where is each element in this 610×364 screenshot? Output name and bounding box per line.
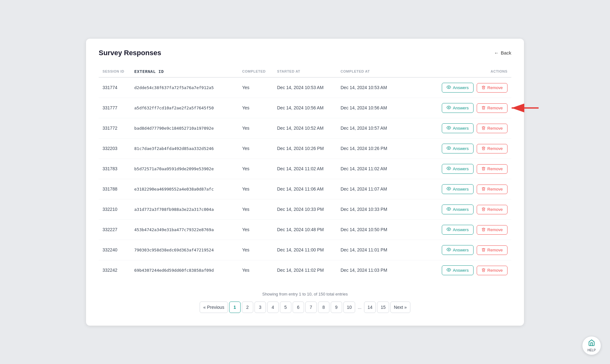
actions-cell: Answers Remove: [400, 199, 511, 219]
answers-button[interactable]: Answers: [442, 103, 474, 113]
back-button[interactable]: ← Back: [494, 50, 511, 55]
answers-button[interactable]: Answers: [442, 205, 474, 214]
remove-button[interactable]: Remove: [477, 144, 507, 153]
table-row: 331788 e3182290ea46990552a4e038a0d87afc …: [99, 179, 511, 199]
remove-button[interactable]: Remove: [477, 225, 507, 235]
completed-at-cell: Dec 14, 2024 11:01 PM: [337, 240, 400, 260]
answers-button[interactable]: Answers: [442, 225, 474, 235]
page-button-1[interactable]: 1: [229, 302, 241, 313]
session-id-cell: 332240: [99, 240, 130, 260]
page-button-8[interactable]: 8: [318, 302, 329, 313]
answers-button[interactable]: Answers: [442, 144, 474, 153]
eye-icon: [447, 166, 451, 172]
page-button-4[interactable]: 4: [267, 302, 279, 313]
page-button-15[interactable]: 15: [377, 302, 389, 313]
table-row: 331772 bad8d4d77790e9c184052710a197092e …: [99, 118, 511, 138]
svg-point-4: [448, 168, 449, 169]
page-header: Survey Responses ← Back: [99, 49, 511, 57]
actions-cell: Answers Remove: [400, 240, 511, 260]
session-id-cell: 332227: [99, 219, 130, 240]
eye-icon: [447, 85, 451, 90]
actions-cell: Answers Remove: [400, 77, 511, 98]
pagination-ellipsis: ...: [356, 302, 363, 313]
external-id-cell: 81c7dae3f2ab4fda492d85aa332d5246: [130, 138, 238, 159]
remove-button[interactable]: Remove: [477, 124, 507, 133]
eye-icon: [447, 105, 451, 111]
page-button-7[interactable]: 7: [305, 302, 317, 313]
completed-cell: Yes: [238, 159, 273, 179]
back-label: Back: [501, 50, 511, 55]
answers-button[interactable]: Answers: [442, 83, 474, 93]
answers-button[interactable]: Answers: [442, 265, 474, 275]
answers-button[interactable]: Answers: [442, 164, 474, 174]
eye-icon: [447, 186, 451, 192]
actions-cell: Answers Remove: [400, 138, 511, 159]
remove-button[interactable]: Remove: [477, 103, 507, 113]
eye-icon: [447, 247, 451, 253]
page-button-5[interactable]: 5: [280, 302, 291, 313]
completed-cell: Yes: [238, 219, 273, 240]
page-button-6[interactable]: 6: [293, 302, 304, 313]
completed-cell: Yes: [238, 260, 273, 280]
page-button-3[interactable]: 3: [255, 302, 266, 313]
remove-button[interactable]: Remove: [477, 185, 507, 194]
back-arrow-icon: ←: [494, 50, 499, 55]
remove-button[interactable]: Remove: [477, 245, 507, 255]
remove-button[interactable]: Remove: [477, 205, 507, 214]
col-header-started-at: STARTED AT: [273, 66, 337, 77]
started-at-cell: Dec 14, 2024 10:52 AM: [273, 118, 337, 138]
page-button-14[interactable]: 14: [364, 302, 376, 313]
answers-button[interactable]: Answers: [442, 123, 474, 133]
page-button-10[interactable]: 10: [343, 302, 355, 313]
external-id-cell: 69b4307244ed6d59dd60fc83858af09d: [130, 260, 238, 280]
completed-cell: Yes: [238, 77, 273, 98]
trash-icon: [481, 166, 486, 172]
trash-icon: [481, 85, 486, 90]
external-id-cell: 790303c958d38edc69d363af47219524: [130, 240, 238, 260]
trash-icon: [481, 146, 486, 151]
trash-icon: [481, 227, 486, 232]
actions-cell: Answers Remove: [400, 179, 511, 199]
table-body: 331774 d2dde54c38f637fa72f5a76a7ef912a5 …: [99, 77, 511, 280]
session-id-cell: 331774: [99, 77, 130, 98]
external-id-cell: 453b4742a349e31ba477c79322e8769a: [130, 219, 238, 240]
prev-button[interactable]: « Previous: [200, 302, 228, 313]
started-at-cell: Dec 14, 2024 11:06 AM: [273, 179, 337, 199]
actions-cell: Answers Remove: [400, 159, 511, 179]
page-button-2[interactable]: 2: [242, 302, 253, 313]
main-card: Survey Responses ← Back SESSION ID EXTER…: [86, 39, 524, 326]
completed-at-cell: Dec 14, 2024 10:26 PM: [337, 138, 400, 159]
svg-point-5: [448, 188, 449, 189]
next-button[interactable]: Next »: [390, 302, 410, 313]
col-header-session-id: SESSION ID: [99, 66, 130, 77]
completed-cell: Yes: [238, 240, 273, 260]
session-id-cell: 331788: [99, 179, 130, 199]
answers-button[interactable]: Answers: [442, 184, 474, 194]
page-button-9[interactable]: 9: [331, 302, 342, 313]
pagination-controls: « Previous 1 2 3 4 5 6 7 8 9 10 ... 14 1…: [99, 302, 511, 313]
table-row: 332210 a31d772a3f708fb988a3e22a317c004a …: [99, 199, 511, 219]
svg-point-7: [448, 229, 449, 230]
help-icon: [588, 339, 595, 348]
remove-button[interactable]: Remove: [477, 266, 507, 275]
remove-button[interactable]: Remove: [477, 83, 507, 93]
eye-icon: [447, 227, 451, 232]
remove-button[interactable]: Remove: [477, 164, 507, 174]
eye-icon: [447, 268, 451, 273]
session-id-cell: 331777: [99, 98, 130, 118]
responses-table: SESSION ID EXTERNAL ID COMPLETED STARTED…: [99, 66, 511, 280]
external-id-cell: bad8d4d77790e9c184052710a197092e: [130, 118, 238, 138]
external-id-cell: a31d772a3f708fb988a3e22a317c004a: [130, 199, 238, 219]
pagination-info: Showing from entry 1 to 10, of 150 total…: [99, 292, 511, 296]
answers-button[interactable]: Answers: [442, 245, 474, 255]
actions-cell: Answers Remove: [400, 260, 511, 280]
col-header-completed-at: COMPLETED AT: [337, 66, 400, 77]
trash-icon: [481, 268, 486, 273]
started-at-cell: Dec 14, 2024 11:00 PM: [273, 240, 337, 260]
completed-at-cell: Dec 14, 2024 10:33 PM: [337, 199, 400, 219]
started-at-cell: Dec 14, 2024 10:48 PM: [273, 219, 337, 240]
session-id-cell: 332242: [99, 260, 130, 280]
trash-icon: [481, 248, 486, 253]
completed-at-cell: Dec 14, 2024 10:57 AM: [337, 118, 400, 138]
help-button[interactable]: HELP: [582, 336, 601, 355]
